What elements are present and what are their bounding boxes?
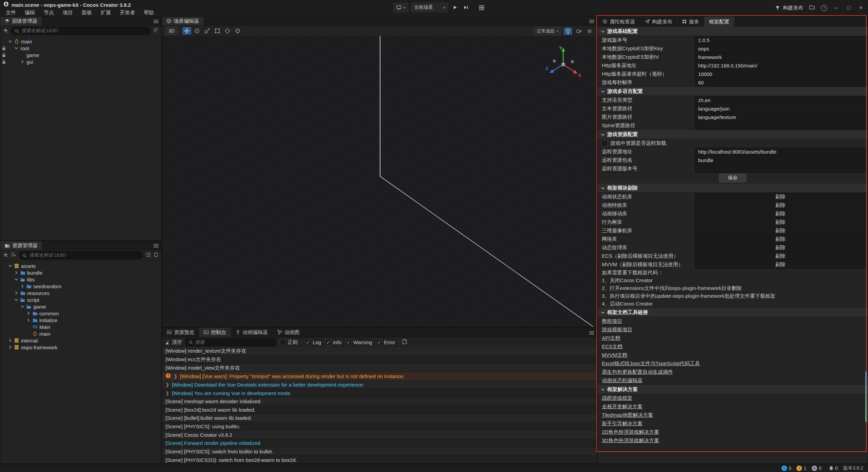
tab-hierarchy[interactable]: 层级管理器 [0,17,42,25]
link-row[interactable]: 游戏模板项目 [598,326,868,334]
asset-filter-icon[interactable] [146,252,151,258]
remove-button[interactable]: 剔除 [695,201,866,209]
panel-menu-icon[interactable] [154,19,158,25]
field-input[interactable]: http://192.168.0.150/main/ [695,62,866,70]
doc-link[interactable]: 2D角色扮演游戏解决方案 [602,429,659,435]
doc-link[interactable]: API文档 [602,335,620,341]
scene-settings-button[interactable] [586,27,594,35]
inspector-tab-构建发布[interactable]: 构建发布 [640,17,677,27]
expand-chevron-icon[interactable]: ❯ [165,382,169,387]
link-row[interactable]: MVVM文档 [598,351,868,359]
chevron-right-icon[interactable] [7,346,13,349]
project-folder-icon[interactable] [809,5,815,11]
link-row[interactable]: 3D角色扮演游戏解决方案 [598,436,868,445]
section-header-游戏多语言配置[interactable]: 游戏多语言配置 [598,87,868,96]
inspector-tab-框架配置[interactable]: 框架配置 [704,17,734,27]
field-input[interactable]: oops [695,45,866,53]
field-input[interactable]: language/texture [695,113,866,121]
link-row[interactable]: ECS文档 [598,342,868,351]
asset-node-internal[interactable]: internal [0,337,161,344]
maximize-button[interactable]: □ [846,5,852,11]
doc-link[interactable]: 全栈开发解决方案 [602,404,643,410]
asset-node-common[interactable]: common [0,310,161,317]
chevron-right-icon[interactable] [13,271,19,274]
play-button[interactable] [451,3,459,12]
doc-link[interactable]: Tiledmap地图解决方案 [602,412,653,418]
field-input[interactable]: zh,en [695,96,866,104]
asset-node-initialize[interactable]: initialize [0,317,161,323]
remove-button[interactable]: 剔除 [695,244,866,252]
link-row[interactable]: 教程项目 [598,317,868,326]
sort-icon[interactable] [11,252,16,258]
hierarchy-search-input[interactable]: 搜索名称或 UUID [11,27,151,35]
field-input[interactable]: language/json [695,105,866,113]
link-row[interactable]: 新手引导解决方案 [598,419,868,428]
hierarchy-node-game[interactable]: game [0,52,161,58]
asset-node-oops-framework[interactable]: oops-framework [0,344,161,351]
log-row[interactable]: [Scene] [bullet]:bullet wasm lib loaded. [162,414,597,422]
link-row[interactable]: Excel格式转Json文件与TypeScript代码工具 [598,359,868,368]
scene-viewport[interactable]: Y X Z [162,36,597,327]
menu-item[interactable]: 节点 [39,9,58,16]
menu-item[interactable]: 开发者 [115,9,139,16]
section-header-框架解决方案[interactable]: 框架解决方案 [598,385,868,394]
scene-light-toggle[interactable] [564,27,572,35]
field-input[interactable]: bundle [695,156,866,164]
chevron-right-icon[interactable] [19,60,25,63]
doc-link[interactable]: 新手引导解决方案 [602,420,643,427]
section-header-框架文档工具链接[interactable]: 框架文档工具链接 [598,308,868,317]
build-publish-button[interactable]: 构建发布 [775,5,803,11]
scale-tool-button[interactable] [203,27,212,35]
panel-menu-icon[interactable] [589,19,594,25]
chevron-down-icon[interactable] [13,278,19,281]
notification-counter[interactable]: 0 [829,466,838,471]
menu-item[interactable]: 帮助 [139,9,158,16]
asset-node-libs[interactable]: libs [0,276,161,283]
filter-checkbox-Warning[interactable]: ✓Warning [346,339,372,346]
menu-item[interactable]: 面板 [77,9,96,16]
doc-link[interactable]: 战棋游戏框架 [602,395,632,401]
doc-link[interactable]: 动画状态机编辑器 [602,377,643,384]
log-row[interactable]: ❯[Window] [Vue warn]: Property "onInput"… [162,372,597,381]
hierarchy-node-root[interactable]: root [0,45,161,52]
doc-link[interactable]: 3D角色扮演游戏解决方案 [602,437,659,444]
log-row[interactable]: [Scene] [PHYSICS]: using builtin. [162,422,597,431]
render-mode-select[interactable]: 正常追踪 ▾ [534,27,561,35]
remove-button[interactable]: 剔除 [695,193,866,201]
chevron-down-icon[interactable] [7,40,13,43]
link-row[interactable]: Tiledmap地图解决方案 [598,411,868,419]
panel-menu-icon[interactable] [589,330,594,336]
doc-link[interactable]: Excel格式转Json文件与TypeScript代码工具 [602,360,700,367]
doc-link[interactable]: ECS文档 [602,343,623,350]
field-input[interactable]: 60 [695,79,866,86]
scrollbar-thumb[interactable] [865,371,867,422]
hierarchy-node-main[interactable]: main [0,38,161,45]
rect-tool-button[interactable] [213,27,222,35]
chevron-down-icon[interactable] [13,46,19,50]
asset-node-assets[interactable]: assets [0,262,161,269]
menu-item[interactable]: 扩展 [96,9,115,16]
clear-console-button[interactable]: 清空 [165,339,182,346]
checkbox-icon[interactable] [601,140,608,146]
remove-button[interactable]: 剔除 [695,252,866,260]
console-search-input[interactable]: 搜索 [185,338,276,346]
panel-menu-icon[interactable] [154,243,158,249]
chevron-right-icon[interactable] [7,339,13,342]
remove-button[interactable]: 剔除 [695,227,866,235]
section-header-游戏资源配置[interactable]: 游戏资源配置 [598,130,868,139]
asset-node-seedrandom[interactable]: seedrandom [0,283,161,290]
log-row[interactable]: [Scene] meshopt wasm decoder initialized [162,397,597,406]
inspector-tab-服务[interactable]: 服务 [677,17,704,27]
transform-tool-button[interactable] [223,27,232,35]
log-row[interactable]: [Scene] Forward render pipeline initiali… [162,439,597,448]
chevron-right-icon[interactable] [25,312,32,315]
log-row[interactable]: [Scene] [PHYSICS]: switch from builtin t… [162,448,597,456]
move-tool-button[interactable] [182,27,191,35]
asset-node-bundle[interactable]: bundle [0,269,161,276]
chevron-down-icon[interactable] [7,264,13,268]
log-row[interactable]: [Scene] [box2d]:box2d wasm lib loaded. [162,406,597,414]
log-row[interactable]: [Window] ecs文件夹存在 [162,356,597,364]
add-asset-button[interactable] [3,252,8,259]
link-row[interactable]: 动画状态机编辑器 [598,376,868,385]
scene-select[interactable]: 当前场景 ▾ [411,3,448,12]
